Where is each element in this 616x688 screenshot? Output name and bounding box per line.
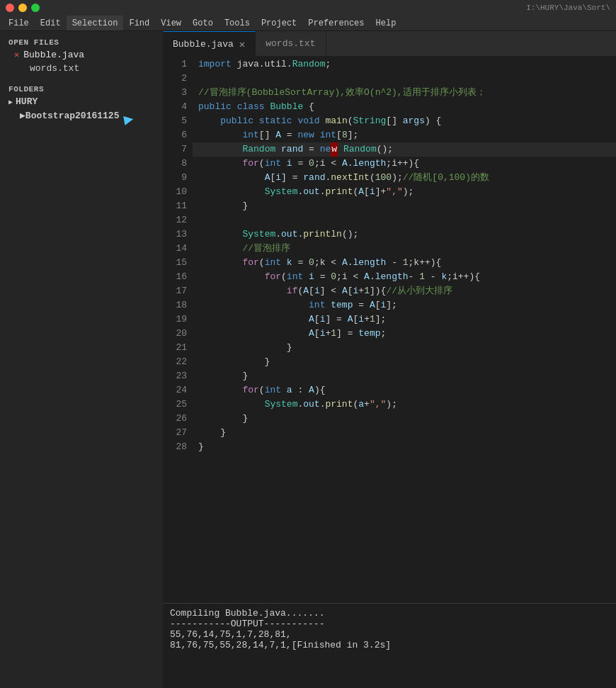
code-line-17: if(A[i] < A[i+1]){//从小到大排序 — [193, 284, 616, 298]
code-line-21: } — [193, 341, 616, 355]
sidebar-file-words-label: words.txt — [30, 63, 79, 74]
open-files-label: OPEN FILES — [0, 37, 163, 48]
sidebar-folder-hury[interactable]: ▶ HURY — [0, 95, 163, 108]
code-line-20: A[i+1] = temp; — [193, 327, 616, 341]
menu-selection[interactable]: Selection — [67, 16, 124, 30]
tab-bar: Bubble.java ✕ words.txt — [163, 31, 616, 56]
code-line-18: int temp = A[i]; — [193, 298, 616, 312]
menu-file[interactable]: File — [3, 16, 35, 30]
title-path: I:\HURY\Java\Sort\ — [47, 4, 610, 12]
sidebar-folder-bootstrap[interactable]: ▶ Bootstrap20161125 — [0, 108, 163, 123]
minimize-button[interactable] — [18, 4, 27, 12]
code-line-12 — [193, 213, 616, 227]
code-line-26: } — [193, 412, 616, 426]
window-controls — [6, 4, 40, 12]
menubar: File Edit Selection Find View Goto Tools… — [0, 16, 616, 31]
code-line-15: for(int k = 0;k < A.length - 1;k++){ — [193, 256, 616, 270]
sidebar-file-words[interactable]: words.txt — [0, 62, 163, 75]
folders-section: FOLDERS ▶ HURY ▶ Bootstrap20161125 — [0, 78, 163, 125]
tab-bubble[interactable]: Bubble.java ✕ — [163, 31, 256, 56]
menu-tools[interactable]: Tools — [219, 16, 256, 30]
code-line-4: public class Bubble { — [193, 100, 616, 114]
tab-words[interactable]: words.txt — [256, 31, 326, 56]
menu-goto[interactable]: Goto — [187, 16, 219, 30]
open-files-section: OPEN FILES ✕ Bubble.java words.txt — [0, 31, 163, 78]
code-line-13: System.out.println(); — [193, 227, 616, 242]
menu-find[interactable]: Find — [123, 16, 155, 30]
menu-view[interactable]: View — [155, 16, 187, 30]
menu-preferences[interactable]: Preferences — [302, 16, 370, 30]
sidebar-folder-bootstrap-label: Bootstrap20161125 — [25, 111, 120, 121]
main-layout: OPEN FILES ✕ Bubble.java words.txt FOLDE… — [0, 31, 616, 688]
sidebar-file-bubble-label: Bubble.java — [23, 50, 84, 60]
tab-close-icon[interactable]: ✕ — [239, 38, 245, 50]
terminal-line-1: Compiling Bubble.java....... — [170, 608, 609, 619]
code-line-14: //冒泡排序 — [193, 242, 616, 256]
code-line-24: for(int a : A){ — [193, 383, 616, 397]
menu-edit[interactable]: Edit — [35, 16, 67, 30]
titlebar: I:\HURY\Java\Sort\ — [0, 0, 616, 16]
terminal-line-3: 55,76,14,75,1,7,28,81, — [170, 629, 609, 640]
code-line-9: A[i] = rand.nextInt(100);//随机[0,100)的数 — [193, 171, 616, 185]
sidebar-file-bubble[interactable]: ✕ Bubble.java — [0, 48, 163, 62]
code-content[interactable]: import java.util.Random; //冒泡排序(BobbleSo… — [193, 56, 616, 603]
code-line-27: } — [193, 426, 616, 440]
line-numbers: 12345 678910 1112131415 1617181920 21222… — [163, 56, 193, 603]
maximize-button[interactable] — [31, 4, 40, 12]
terminal: Compiling Bubble.java....... -----------… — [163, 603, 616, 688]
code-line-10: System.out.print(A[i]+","); — [193, 185, 616, 199]
code-line-28: } — [193, 440, 616, 454]
code-line-5: public static void main(String[] args) { — [193, 114, 616, 128]
code-line-1: import java.util.Random; — [193, 57, 616, 72]
editor-area: Bubble.java ✕ words.txt 12345 678910 111… — [163, 31, 616, 688]
code-line-19: A[i] = A[i+1]; — [193, 312, 616, 327]
sidebar: OPEN FILES ✕ Bubble.java words.txt FOLDE… — [0, 31, 163, 688]
tab-bubble-label: Bubble.java — [173, 39, 234, 50]
code-line-8: for(int i = 0;i < A.length;i++){ — [193, 157, 616, 171]
code-line-25: System.out.print(a+","); — [193, 397, 616, 412]
menu-help[interactable]: Help — [370, 16, 402, 30]
arrow-right-icon: ▶ — [8, 98, 13, 106]
code-line-2 — [193, 72, 616, 86]
terminal-line-2: -----------OUTPUT----------- — [170, 619, 609, 629]
menu-project[interactable]: Project — [256, 16, 302, 30]
code-line-6: int[] A = new int[8]; — [193, 128, 616, 142]
arrow-right-icon2: ▶ — [20, 110, 25, 121]
terminal-line-4: 81,76,75,55,28,14,7,1,[Finished in 3.2s] — [170, 640, 609, 650]
code-editor[interactable]: 12345 678910 1112131415 1617181920 21222… — [163, 56, 616, 603]
code-line-11: } — [193, 199, 616, 213]
code-line-16: for(int i = 0;i < A.length- 1 - k;i++){ — [193, 270, 616, 284]
close-button[interactable] — [6, 4, 14, 12]
code-line-23: } — [193, 369, 616, 383]
close-icon[interactable]: ✕ — [14, 50, 19, 60]
tab-words-label: words.txt — [266, 38, 315, 49]
code-line-22: } — [193, 355, 616, 369]
code-line-7: Random rand = new Random(); — [193, 142, 616, 157]
code-line-3: //冒泡排序(BobbleSortArray),效率O(n^2),适用于排序小列… — [193, 86, 616, 100]
sidebar-folder-hury-label: HURY — [16, 96, 38, 107]
folders-label: FOLDERS — [0, 84, 163, 95]
